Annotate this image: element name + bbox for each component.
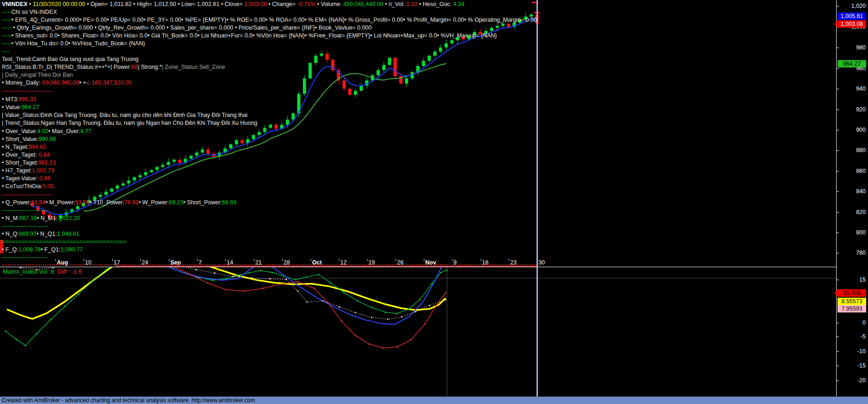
status-text: Created with AmiBroker - advanced charti…	[2, 397, 255, 404]
x-axis-tick	[225, 259, 226, 261]
price-badge: 8.55573	[838, 298, 866, 305]
selected-bar-cursor	[536, 0, 538, 397]
x-axis-tick	[311, 259, 311, 261]
y-axis-label: -15	[839, 362, 866, 369]
price-badge: 10.408	[838, 289, 866, 297]
y-axis-label: 880	[839, 147, 866, 154]
price-badge: 964.27	[838, 60, 866, 67]
y-axis-label: 980	[839, 44, 866, 51]
price-badge: 1,005.61	[838, 12, 866, 20]
y-axis-label: 860	[839, 167, 866, 175]
y-axis-label: -20	[839, 377, 866, 384]
y-axis-label: 820	[839, 208, 866, 216]
x-axis-tick	[339, 259, 339, 261]
session-marker-solid-line	[115, 266, 537, 267]
x-axis-tick	[367, 259, 368, 261]
price-badge: 7.95593	[838, 305, 866, 312]
oscillator-chart[interactable]	[0, 267, 836, 397]
x-axis-tick	[424, 259, 424, 261]
y-axis-label: 0	[839, 319, 866, 326]
y-axis-label: 780	[839, 249, 866, 257]
y-axis-label: 15	[839, 276, 866, 283]
y-axis-label: -10	[839, 348, 866, 355]
status-bar: Created with AmiBroker - advanced charti…	[0, 397, 868, 404]
x-axis-tick	[452, 259, 452, 261]
amibroker-window: VNINDEX • 11/30/2020 00:00:00 • Open= 1,…	[0, 0, 868, 404]
x-axis-tick	[396, 259, 396, 261]
x-axis-tick	[84, 259, 84, 261]
oscillator-title: Matrix_Index-Vol :8 Diff : -1.6	[3, 268, 82, 275]
y-axis-label: 840	[839, 188, 866, 195]
y-axis-label: 1,020	[839, 2, 866, 10]
red-marker-artifact	[0, 240, 3, 253]
price-badge: 1,003.08	[838, 20, 866, 28]
y-axis[interactable]: 1,0201,000980960940920900880860840820800…	[836, 0, 868, 397]
x-axis-tick	[140, 259, 141, 261]
x-axis-tick	[509, 259, 509, 261]
y-axis-label: 900	[839, 126, 866, 134]
y-axis-label: 800	[839, 229, 866, 236]
x-axis-tick	[254, 259, 254, 261]
x-axis-tick	[197, 259, 198, 261]
y-axis-label: 920	[839, 106, 866, 113]
candlestick-chart[interactable]	[0, 0, 836, 258]
panel-divider-bottom	[0, 267, 836, 267]
x-axis-tick	[55, 259, 56, 261]
y-axis-border	[836, 0, 837, 397]
y-axis-label: -5	[839, 333, 866, 340]
y-axis-label: 940	[839, 85, 866, 92]
x-axis-tick	[481, 259, 481, 261]
x-axis-tick	[282, 259, 283, 261]
x-axis-tick	[169, 259, 169, 261]
x-axis-label: 30	[538, 259, 545, 266]
x-axis-tick	[112, 259, 113, 261]
session-marker-dotted-line	[2, 264, 537, 265]
